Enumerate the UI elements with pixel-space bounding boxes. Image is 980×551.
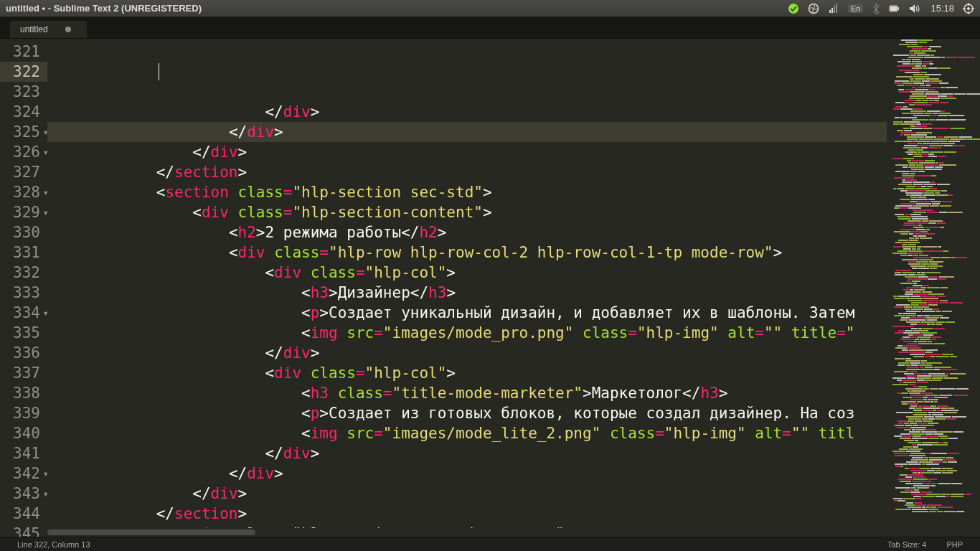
svg-rect-5: [836, 4, 837, 13]
system-menubar: untitled • - Sublime Text 2 (UNREGISTERE…: [0, 0, 980, 17]
checkmark-icon[interactable]: [788, 3, 799, 14]
volume-icon[interactable]: [909, 4, 922, 14]
aperture-icon[interactable]: [808, 3, 819, 14]
tab-bar: untitled: [0, 17, 980, 39]
line-gutter[interactable]: 3213223233243253263273283293303313323333…: [0, 39, 47, 537]
svg-rect-2: [829, 10, 831, 13]
code-editor[interactable]: </div> </div> </div> </section> <section…: [47, 39, 887, 537]
status-tabsize[interactable]: Tab Size: 4: [877, 540, 936, 549]
svg-rect-8: [890, 6, 897, 11]
tab-dirty-indicator: [65, 27, 71, 32]
text-caret: [159, 63, 159, 80]
editor-area: 3213223233243253263273283293303313323333…: [0, 39, 980, 537]
system-tray: En 15:18: [788, 3, 974, 14]
tab-label: untitled: [20, 24, 48, 34]
keyboard-lang[interactable]: En: [848, 4, 863, 13]
horizontal-scrollbar[interactable]: [47, 528, 887, 537]
power-icon[interactable]: [963, 3, 974, 14]
bluetooth-icon[interactable]: [872, 3, 880, 14]
status-syntax[interactable]: PHP: [936, 540, 973, 549]
battery-icon[interactable]: [889, 4, 900, 13]
tab-untitled[interactable]: untitled: [10, 21, 87, 38]
status-cursor: Line 322, Column 13: [7, 540, 100, 549]
window-title: untitled • - Sublime Text 2 (UNREGISTERE…: [6, 3, 788, 14]
svg-point-0: [788, 4, 798, 14]
minimap[interactable]: [887, 39, 980, 537]
network-icon[interactable]: [828, 3, 839, 14]
svg-point-10: [967, 7, 970, 10]
scrollbar-thumb[interactable]: [47, 529, 255, 535]
clock[interactable]: 15:18: [930, 3, 954, 14]
svg-rect-3: [831, 8, 833, 13]
svg-rect-4: [834, 6, 835, 13]
status-bar: Line 322, Column 13 Tab Size: 4 PHP: [0, 537, 980, 551]
svg-rect-7: [897, 7, 899, 10]
